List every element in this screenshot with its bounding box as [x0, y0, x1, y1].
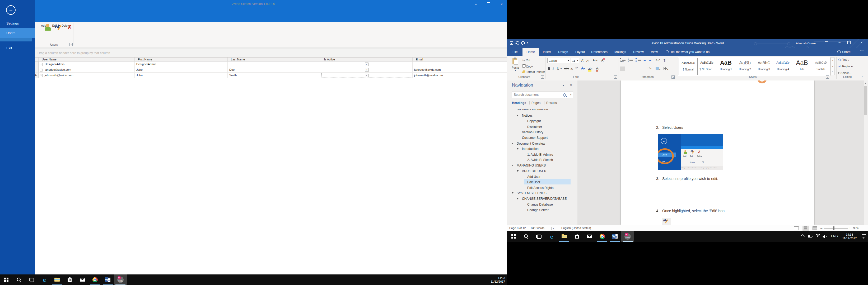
nav-item[interactable]: Notices	[522, 113, 532, 118]
collapse-triangle-icon[interactable]	[517, 115, 519, 116]
cell-is-active[interactable]: ✓	[321, 62, 413, 67]
vertical-scrollbar[interactable]: ▴	[864, 80, 868, 225]
column-header-last-name[interactable]: Last Name	[228, 58, 321, 62]
italic-button[interactable]: I	[553, 67, 554, 71]
zoom-percentage[interactable]: 90%	[853, 226, 859, 229]
nav-item[interactable]: MANAGING USERS	[517, 163, 546, 168]
nav-item[interactable]: Edit Access Rights	[527, 185, 553, 190]
font-launcher-icon[interactable]: ↘	[614, 75, 617, 79]
battery-icon[interactable]	[808, 235, 812, 238]
format-painter-button[interactable]: Format Painter	[523, 70, 545, 73]
proofing-status-icon[interactable]: x	[552, 227, 555, 230]
nav-close-icon[interactable]: ×	[570, 83, 572, 87]
justify-button[interactable]	[639, 67, 644, 70]
column-header-user-name[interactable]: User Name	[38, 58, 135, 62]
search-button[interactable]	[13, 275, 25, 285]
zoom-out-button[interactable]: –	[820, 226, 822, 230]
nav-search-box[interactable]: Search document ▾	[512, 92, 573, 98]
sort-icon[interactable]: A↓Z	[656, 59, 660, 62]
edge-button[interactable]: e	[545, 231, 558, 242]
collapse-triangle-icon[interactable]	[517, 198, 519, 200]
active-checkbox[interactable]: ✓	[365, 68, 369, 72]
style-subtitle[interactable]: AaBbCcDSubtitle	[812, 58, 830, 75]
minimize-icon[interactable]: –	[836, 40, 843, 44]
tab-design[interactable]: Design	[557, 48, 569, 56]
clipboard-launcher-icon[interactable]: ↘	[541, 75, 544, 79]
style-heading4[interactable]: AaBbCcDcHeading 4	[774, 58, 792, 75]
numbered-list-icon[interactable]: 123	[628, 58, 633, 63]
input-language-indicator[interactable]: ENG	[831, 234, 838, 238]
collapse-triangle-icon[interactable]	[512, 143, 514, 144]
expand-icon[interactable]: +	[40, 69, 42, 72]
maximize-icon[interactable]	[485, 2, 492, 7]
styles-launcher-icon[interactable]: ↘	[826, 75, 829, 79]
highlight-color-icon[interactable]: ab▾	[588, 66, 592, 71]
nav-item[interactable]: Version History	[522, 130, 544, 135]
nav-tab-pages[interactable]: Pages	[531, 101, 540, 105]
nav-item[interactable]: Disclaimer	[527, 124, 542, 129]
word-button[interactable]: W	[609, 231, 621, 242]
column-header-is-active[interactable]: Is Active	[321, 58, 413, 62]
nav-item[interactable]: Copyright	[527, 119, 541, 123]
styles-gallery-scroll[interactable]: ▴▾▿	[831, 58, 835, 75]
style-heading2[interactable]: AaBbHeading 2	[736, 58, 754, 75]
edit-user-button[interactable]: Ab Edit	[49, 24, 60, 40]
collapse-ribbon-icon[interactable]: ⌃	[861, 76, 863, 79]
add-user-button[interactable]: Add	[38, 24, 49, 40]
expand-icon[interactable]: +	[40, 74, 42, 77]
scrollbar-thumb[interactable]	[864, 86, 867, 115]
sidebar-item-users[interactable]: Users	[0, 28, 35, 38]
column-header-first-name[interactable]: First Name	[135, 58, 228, 62]
action-center-icon[interactable]	[862, 234, 866, 238]
status-word-count[interactable]: 841 words	[531, 226, 545, 229]
tab-mailings[interactable]: Mailings	[613, 48, 628, 56]
delete-user-button[interactable]: ✗ Delete	[60, 24, 71, 40]
restore-icon[interactable]	[847, 41, 850, 44]
collapse-triangle-icon[interactable]	[517, 170, 519, 172]
subscript-button[interactable]: x₂	[570, 67, 573, 70]
tab-insert[interactable]: Insert	[541, 48, 553, 56]
align-right-button[interactable]	[633, 67, 637, 70]
comments-icon[interactable]	[860, 50, 864, 53]
paragraph-launcher-icon[interactable]: ↘	[672, 75, 675, 79]
start-button[interactable]	[507, 231, 520, 242]
column-header-email[interactable]: Email	[413, 58, 507, 62]
volume-muted-icon[interactable]: ×	[823, 235, 827, 239]
bold-button[interactable]: B	[548, 67, 550, 70]
multilevel-list-icon[interactable]	[636, 58, 641, 63]
nav-item[interactable]: Customer Support	[522, 135, 548, 140]
grid-groupby-bar[interactable]: Drag a column header here to group by th…	[35, 49, 507, 58]
nav-item[interactable]: CHANGE SERVER/DATABASE	[522, 196, 567, 201]
search-button[interactable]	[520, 231, 532, 242]
nav-item[interactable]: Document Information	[517, 109, 548, 112]
close-icon[interactable]: ×	[498, 2, 505, 7]
cell-last-name[interactable]	[228, 62, 321, 67]
cell-user-name[interactable]: +janedoe@avido.com	[38, 67, 135, 73]
nav-item[interactable]: SYSTEM SETTINGS	[517, 191, 547, 195]
cell-first-name[interactable]: Jane	[135, 67, 228, 73]
show-paragraph-marks-icon[interactable]: ¶	[663, 58, 666, 62]
style-normal[interactable]: AaBbCcDc¶ Normal	[679, 58, 698, 75]
minimize-icon[interactable]: –	[472, 2, 480, 7]
word-button[interactable]: W	[101, 275, 114, 285]
font-family-combo[interactable]: Calibri▾	[547, 58, 570, 63]
nav-item[interactable]: Change Server	[527, 208, 549, 212]
search-dropdown-icon[interactable]: ▾	[570, 94, 571, 96]
tab-file[interactable]: File	[510, 48, 520, 56]
active-checkbox[interactable]: ✓	[365, 74, 369, 77]
group-dialog-launcher-icon[interactable]: ↘	[69, 43, 73, 46]
cut-button[interactable]: ✂ Cut	[523, 59, 530, 62]
scrollbar-up-icon[interactable]: ▴	[865, 82, 866, 84]
bullet-list-icon[interactable]	[620, 58, 626, 63]
chrome-button[interactable]	[89, 275, 101, 285]
start-button[interactable]	[0, 275, 13, 285]
find-button[interactable]: Find ▾	[838, 58, 849, 61]
taskbar-clock[interactable]: 14:3311/12/2017	[491, 276, 505, 283]
active-checkbox[interactable]: ✓	[365, 63, 369, 66]
text-effects-icon[interactable]: A▾	[581, 66, 585, 70]
back-button[interactable]: ←	[6, 5, 16, 15]
task-view-button[interactable]	[532, 231, 545, 242]
mail-button[interactable]	[76, 275, 89, 285]
file-explorer-button[interactable]	[558, 231, 570, 242]
tab-layout[interactable]: Layout	[574, 48, 586, 56]
